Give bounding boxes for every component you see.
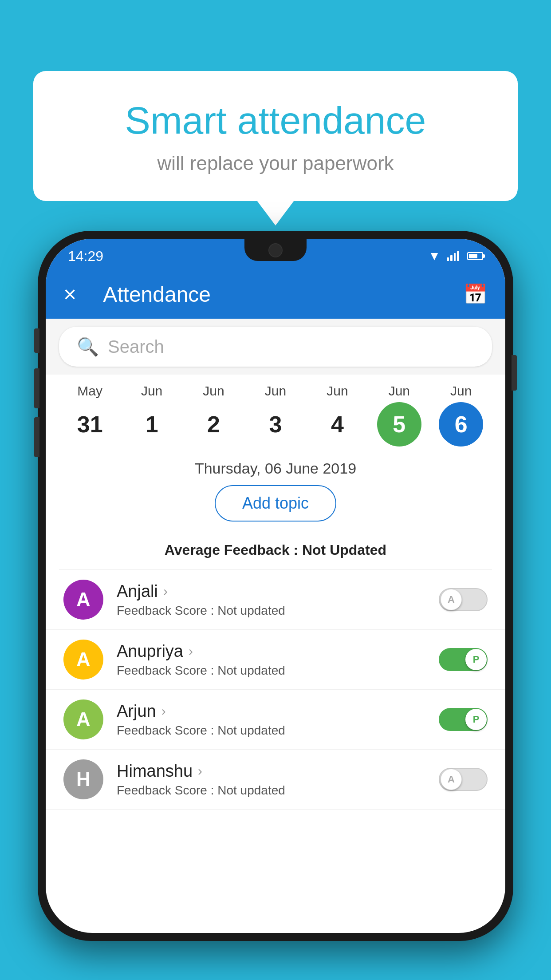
feedback-value: Not updated — [217, 723, 285, 737]
speech-bubble: Smart attendance will replace your paper… — [33, 71, 518, 201]
avg-feedback-value: Not Updated — [302, 542, 386, 558]
student-feedback: Feedback Score : Not updated — [117, 664, 425, 678]
student-item-anupriya[interactable]: AAnupriya›Feedback Score : Not updatedP — [46, 630, 505, 690]
search-container: 🔍 Search — [46, 319, 505, 375]
attendance-toggle[interactable]: A — [439, 768, 488, 791]
cal-month-label: Jun — [450, 383, 472, 399]
avg-feedback-label: Average Feedback : — [165, 542, 302, 558]
chevron-icon: › — [163, 584, 168, 599]
attendance-toggle-wrap: A — [439, 768, 488, 791]
chevron-icon: › — [161, 703, 166, 719]
cal-date-number[interactable]: 2 — [192, 402, 236, 447]
search-bar[interactable]: 🔍 Search — [59, 327, 492, 367]
avg-feedback: Average Feedback : Not Updated — [59, 537, 492, 565]
student-name-text: Anjali — [117, 582, 158, 601]
student-feedback: Feedback Score : Not updated — [117, 783, 425, 798]
add-topic-button[interactable]: Add topic — [215, 485, 336, 522]
phone-camera — [268, 243, 283, 257]
speech-bubble-container: Smart attendance will replace your paper… — [33, 71, 518, 201]
phone-outer: 14:29 ▼ × Attendance — [38, 231, 513, 941]
feedback-value: Not updated — [217, 604, 285, 617]
cal-date-number[interactable]: 1 — [130, 402, 174, 447]
calendar-icon[interactable]: 📅 — [463, 283, 488, 306]
toggle-knob: A — [441, 589, 462, 610]
bubble-title: Smart attendance — [69, 98, 482, 143]
student-list: AAnjali›Feedback Score : Not updatedAAAn… — [46, 570, 505, 810]
feedback-label: Feedback Score : — [117, 783, 217, 797]
student-avatar: A — [63, 699, 103, 739]
student-avatar: A — [63, 580, 103, 620]
cal-month-label: Jun — [265, 383, 286, 399]
phone-container: 14:29 ▼ × Attendance — [38, 231, 513, 980]
attendance-toggle[interactable]: A — [439, 588, 488, 611]
student-name[interactable]: Anjali› — [117, 582, 425, 601]
cal-month-label: Jun — [141, 383, 162, 399]
feedback-label: Feedback Score : — [117, 664, 217, 677]
search-icon: 🔍 — [77, 336, 99, 357]
app-title: Attendance — [90, 282, 450, 307]
student-name-text: Himanshu — [117, 762, 193, 781]
phone-button-power — [512, 355, 517, 391]
student-info: Anupriya›Feedback Score : Not updated — [117, 642, 425, 678]
cal-date-number[interactable]: 31 — [68, 402, 112, 447]
calendar-months: May31Jun1Jun2Jun3Jun4Jun5Jun6 — [55, 383, 496, 447]
calendar-day-1[interactable]: Jun1 — [123, 383, 181, 447]
attendance-toggle-wrap: P — [439, 648, 488, 671]
student-avatar: H — [63, 759, 103, 799]
attendance-toggle[interactable]: P — [439, 648, 488, 671]
phone-screen: 14:29 ▼ × Attendance — [46, 239, 505, 933]
cal-date-number[interactable]: 6 — [439, 402, 483, 447]
attendance-toggle-wrap: P — [439, 708, 488, 731]
calendar-day-4[interactable]: Jun4 — [308, 383, 366, 447]
student-name[interactable]: Arjun› — [117, 702, 425, 721]
student-name-text: Anupriya — [117, 642, 183, 661]
phone-notch — [244, 239, 307, 261]
student-item-anjali[interactable]: AAnjali›Feedback Score : Not updatedA — [46, 570, 505, 630]
student-feedback: Feedback Score : Not updated — [117, 604, 425, 618]
bubble-subtitle: will replace your paperwork — [69, 152, 482, 174]
student-name[interactable]: Anupriya› — [117, 642, 425, 661]
student-name-text: Arjun — [117, 702, 156, 721]
feedback-label: Feedback Score : — [117, 604, 217, 617]
calendar-day-3[interactable]: Jun3 — [247, 383, 304, 447]
close-button[interactable]: × — [63, 283, 76, 305]
wifi-icon: ▼ — [428, 249, 441, 263]
student-info: Anjali›Feedback Score : Not updated — [117, 582, 425, 618]
student-info: Arjun›Feedback Score : Not updated — [117, 702, 425, 738]
calendar-day-5[interactable]: Jun5 — [370, 383, 428, 447]
student-name[interactable]: Himanshu› — [117, 762, 425, 781]
toggle-knob: P — [465, 649, 487, 670]
toggle-knob: A — [441, 769, 462, 790]
chevron-icon: › — [189, 644, 193, 659]
chevron-icon: › — [198, 763, 202, 778]
signal-icon — [447, 251, 459, 261]
status-icons: ▼ — [428, 249, 483, 263]
student-info: Himanshu›Feedback Score : Not updated — [117, 762, 425, 798]
attendance-toggle[interactable]: P — [439, 708, 488, 731]
date-full: Thursday, 06 June 2019 — [59, 460, 492, 477]
cal-month-label: Jun — [203, 383, 224, 399]
date-info: Thursday, 06 June 2019 Add topic Average… — [46, 451, 505, 569]
calendar-day-2[interactable]: Jun2 — [185, 383, 243, 447]
cal-month-label: May — [77, 383, 102, 399]
student-item-arjun[interactable]: AArjun›Feedback Score : Not updatedP — [46, 690, 505, 750]
calendar-row: May31Jun1Jun2Jun3Jun4Jun5Jun6 — [46, 375, 505, 451]
feedback-value: Not updated — [217, 783, 285, 797]
student-avatar: A — [63, 640, 103, 680]
cal-month-label: Jun — [327, 383, 348, 399]
cal-date-number[interactable]: 3 — [253, 402, 298, 447]
battery-icon — [467, 252, 483, 260]
phone-button-vol-down — [34, 417, 39, 457]
feedback-label: Feedback Score : — [117, 723, 217, 737]
student-item-himanshu[interactable]: HHimanshu›Feedback Score : Not updatedA — [46, 750, 505, 810]
phone-button-silent — [34, 328, 39, 353]
calendar-day-6[interactable]: Jun6 — [432, 383, 490, 447]
cal-date-number[interactable]: 5 — [377, 402, 421, 447]
attendance-toggle-wrap: A — [439, 588, 488, 611]
cal-month-label: Jun — [389, 383, 410, 399]
calendar-day-31[interactable]: May31 — [61, 383, 119, 447]
student-feedback: Feedback Score : Not updated — [117, 723, 425, 738]
cal-date-number[interactable]: 4 — [315, 402, 359, 447]
phone-button-vol-up — [34, 368, 39, 408]
search-placeholder: Search — [108, 337, 164, 357]
